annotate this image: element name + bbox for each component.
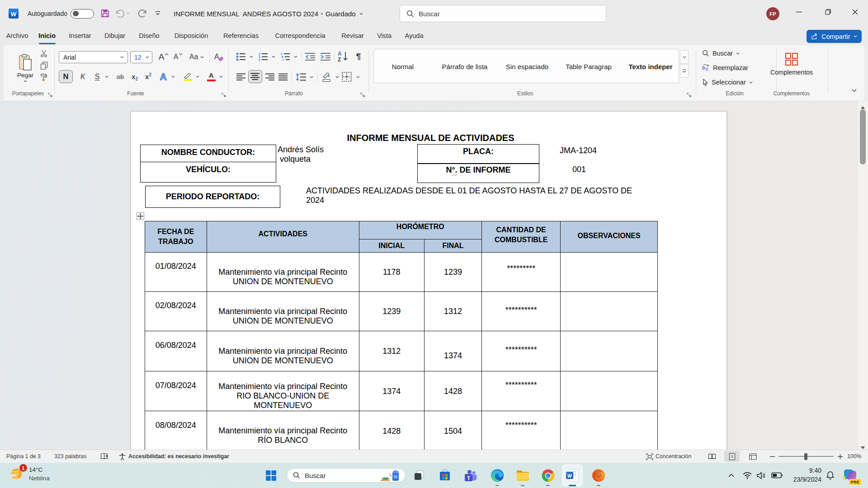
styles-more-button[interactable] [680,64,689,78]
strikethrough-button[interactable]: ab [113,70,127,83]
minimize-button[interactable] [788,0,809,23]
file-explorer-icon[interactable] [515,469,530,482]
align-left-button[interactable] [235,71,247,83]
tab-inicio[interactable]: Inicio [38,27,56,44]
numbering-button[interactable]: 123 [257,51,269,62]
task-view-button[interactable] [413,469,425,481]
tab-revisar[interactable]: Revisar [340,27,365,44]
redo-button[interactable] [138,9,147,18]
copy-button[interactable] [39,61,49,70]
print-layout-button[interactable] [724,451,740,462]
start-button[interactable] [264,469,278,482]
underline-chevron[interactable] [103,70,110,83]
read-mode-button[interactable] [705,450,719,463]
text-effects-chevron[interactable] [170,70,177,83]
bullets-button[interactable] [235,51,247,62]
parrafo-dialog-launcher[interactable] [360,91,365,95]
quick-access-customize-icon[interactable] [155,11,161,16]
word-taskbar-icon[interactable]: W [564,469,580,482]
style-texto-independiente[interactable]: Texto indeper [628,49,672,84]
scrollbar-thumb[interactable] [860,109,866,164]
multilevel-list-button[interactable]: 1ai [279,51,291,62]
chrome-icon[interactable] [540,469,556,482]
microsoft-store-icon[interactable] [438,469,452,482]
replace-button[interactable]: bc Reemplazar [702,63,748,73]
align-center-button[interactable] [248,70,262,83]
zoom-out-button[interactable] [769,450,776,463]
firefox-icon[interactable] [591,468,606,483]
bold-button[interactable]: N [59,70,73,83]
shrink-font-button[interactable]: A [172,51,184,63]
bullets-chevron[interactable] [248,51,255,62]
font-size-select[interactable]: 12 [130,51,152,63]
teams-icon[interactable]: T [462,469,478,482]
select-button[interactable]: Seleccionar [702,77,753,87]
scroll-down-icon[interactable] [860,443,865,450]
accessibility-status[interactable]: Accesibilidad: es necesario investigar [118,450,229,463]
avatar[interactable]: FP [766,7,779,20]
style-sin-espaciado[interactable]: Sin espaciado [506,49,548,84]
align-right-button[interactable] [264,71,276,83]
tab-archivo[interactable]: Archivo [7,27,27,44]
web-layout-button[interactable] [746,450,760,463]
undo-button[interactable] [115,9,130,18]
taskbar-search[interactable]: Buscar [287,468,406,483]
sort-button[interactable]: AZ [336,50,350,63]
tab-insertar[interactable]: Insertar [67,27,93,44]
text-effects-button[interactable]: A [156,70,170,83]
proofing-icon[interactable] [100,450,109,463]
fuente-dialog-launcher[interactable] [222,91,226,95]
find-button[interactable]: Buscar [702,48,740,58]
font-color-chevron[interactable] [217,70,225,83]
style-normal[interactable]: Normal [392,49,414,84]
highlight-chevron[interactable] [194,70,201,83]
tab-diseno[interactable]: Diseño [138,27,160,44]
change-case-button[interactable]: Aa [187,51,206,63]
tab-ayuda[interactable]: Ayuda [404,27,425,44]
addins-button[interactable]: Complementos [770,48,813,80]
pilcrow-button[interactable]: ¶ [353,50,364,63]
save-button[interactable] [100,9,110,18]
underline-button[interactable]: S [91,70,103,83]
close-button[interactable] [844,0,865,23]
format-painter-button[interactable] [39,72,49,82]
tab-referencias[interactable]: Referencias [222,27,260,44]
font-name-select[interactable]: Arial [59,51,128,63]
tab-vista[interactable]: Vista [376,27,393,44]
cut-button[interactable] [39,49,49,58]
zoom-in-button[interactable] [836,450,844,463]
tab-disposicion[interactable]: Disposición [172,27,211,44]
tab-correspondencia[interactable]: Correspondencia [271,27,330,44]
page-indicator[interactable]: Página 1 de 3 [6,450,41,463]
highlight-button[interactable] [181,70,194,83]
zoom-slider-thumb[interactable] [804,453,807,460]
grow-font-button[interactable]: A [157,51,170,63]
superscript-button[interactable]: x2 [142,70,154,83]
collapse-ribbon-button[interactable] [848,86,860,95]
zoom-slider[interactable] [778,450,834,463]
portapapeles-dialog-launcher[interactable] [48,91,52,95]
subscript-button[interactable]: x2 [129,70,141,83]
tray-clock[interactable]: 9:40 23/9/2024 [793,466,821,484]
justify-button[interactable] [277,71,289,83]
wifi-icon[interactable] [742,471,753,480]
tab-dibujar[interactable]: Dibujar [103,27,127,44]
copilot-icon[interactable]: PRE [840,467,860,484]
style-parrafo-de-lista[interactable]: Párrafo de lista [442,49,488,84]
share-button[interactable]: Compartir [807,30,862,43]
vertical-scrollbar[interactable] [857,101,868,450]
style-table-paragraph[interactable]: Table Paragrap [566,49,612,84]
document-page[interactable]: INFORME MENSUAL DE ACTIVIDADES NOMBRE CO… [131,111,727,450]
line-spacing-button[interactable] [294,71,308,83]
document-title[interactable]: INFORME MENSUAL ANDRES AGOSTO 2024 • Gua… [174,0,363,27]
italic-button[interactable]: K [77,70,89,83]
decrease-indent-button[interactable] [304,51,316,62]
increase-indent-button[interactable] [319,51,332,62]
word-count[interactable]: 323 palabras [54,450,86,463]
tray-chevron-icon[interactable] [726,472,736,479]
paste-button[interactable]: Pegar [14,47,37,89]
maximize-button[interactable] [817,0,838,23]
styles-scroll-up[interactable] [680,50,689,64]
table-move-handle[interactable] [137,212,144,220]
clear-formatting-button[interactable]: A [212,51,226,63]
